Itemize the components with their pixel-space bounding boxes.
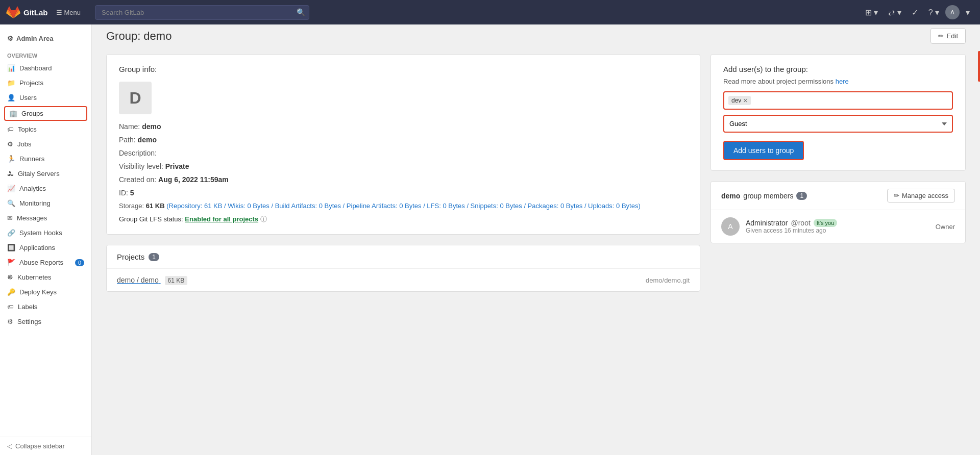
hamburger-icon: ☰ [56,9,62,16]
user-avatar[interactable]: A [945,5,960,19]
user-menu-button[interactable]: ▾ [962,5,974,20]
project-row: demo / demo 61 KB demo/demo.git [107,269,700,291]
member-access-time: Given access 16 minutes ago [746,227,929,234]
lfs-help-icon[interactable]: ⓘ [260,215,267,223]
user-tag-remove[interactable]: × [743,97,747,104]
permissions-link[interactable]: here [836,78,849,85]
sidebar-item-monitoring[interactable]: 🔍 Monitoring [0,196,91,211]
projects-count: 1 [149,253,159,261]
issues-button[interactable]: ✓ [908,5,922,20]
sidebar-item-analytics[interactable]: 📈 Analytics [0,181,91,196]
hooks-icon: 🔗 [7,229,15,237]
sidebar: ⚙ Admin Area Overview 📊 Dashboard 📁 Proj… [0,24,92,431]
member-username: @root [791,219,810,227]
page-header: Group: demo ✏ Edit [106,28,966,44]
left-panel: Group info: D Name: demo Path: demo Desc… [106,54,700,302]
its-you-badge: It's you [814,219,838,227]
members-title: demo group members 1 [721,192,807,200]
sidebar-item-hooks[interactable]: 🔗 System Hooks [0,225,91,240]
users-input-box[interactable]: dev × [723,91,953,110]
sidebar-item-projects[interactable]: 📁 Projects [0,75,91,90]
jobs-icon: ⚙ [7,140,13,148]
sidebar-item-runners[interactable]: 🏃 Runners [0,151,91,166]
member-role: Owner [936,223,955,231]
labels-icon: 🏷 [7,303,14,311]
search-container: 🔍 [95,5,309,20]
sidebar-item-messages[interactable]: ✉ Messages [0,211,91,225]
group-info-title: Group info: [119,65,688,73]
group-name-value: demo [142,122,161,131]
add-users-card: Add user(s) to the group: Read more abou… [710,54,966,171]
group-id-row: ID: 5 [119,189,688,197]
members-card: demo group members 1 ✏ Manage access A A… [710,181,966,243]
search-input[interactable] [95,5,309,20]
project-git-url: demo/demo.git [646,276,690,284]
member-name: Administrator @root It's you [746,219,929,227]
user-tag: dev × [728,96,751,105]
group-created-value: Aug 6, 2022 11:59am [158,175,229,184]
sidebar-item-deploy-keys[interactable]: 🔑 Deploy Keys [0,285,91,299]
storage-value: 61 KB [146,202,165,210]
add-users-button[interactable]: Add users to group [723,141,804,160]
role-select[interactable]: Guest Reporter Developer Maintainer Owne… [724,116,952,132]
menu-label: Menu [64,9,81,16]
sidebar-item-kubernetes[interactable]: ☸ Kubernetes [0,270,91,285]
admin-area-label: ⚙ Admin Area [0,31,91,46]
help-button[interactable]: ? ▾ [924,5,943,20]
members-group-name: demo [721,192,740,200]
merge-requests-button[interactable]: ⇄ ▾ [884,5,905,20]
manage-access-icon: ✏ [894,192,899,199]
sidebar-item-abuse-reports[interactable]: 🚩 Abuse Reports 0 [0,255,91,270]
group-description-row: Description: [119,149,688,157]
monitoring-icon: 🔍 [7,199,15,207]
sidebar-item-users[interactable]: 👤 Users [0,90,91,105]
sidebar-item-topics[interactable]: 🏷 Topics [0,122,91,137]
group-visibility-row: Visibility level: Private [119,162,688,170]
sidebar-item-dashboard[interactable]: 📊 Dashboard [0,61,91,75]
analytics-icon: 📈 [7,185,15,192]
projects-title: Projects [117,252,144,261]
admin-icon: ⚙ [7,35,13,42]
groups-icon: 🏢 [9,110,17,117]
member-row: A Administrator @root It's you Given acc… [711,210,965,243]
new-item-button[interactable]: ⊞ ▾ [861,5,882,20]
users-icon: 👤 [7,94,15,102]
sidebar-item-labels[interactable]: 🏷 Labels [0,299,91,314]
sidebar-item-groups[interactable]: 🏢 Groups [4,106,87,121]
project-name-link[interactable]: demo / demo [117,276,161,284]
gitlab-logo[interactable]: GitLab [6,5,48,19]
sidebar-item-gitaly[interactable]: 🖧 Gitaly Servers [0,166,91,181]
group-info-body: Group info: D Name: demo Path: demo Desc… [107,55,700,234]
group-name-row: Name: demo [119,122,688,131]
member-count-badge: 1 [796,192,807,200]
main-content: Admin Area › Groups › demo Group: demo ✏… [92,0,980,431]
project-size: 61 KB [165,276,188,285]
group-visibility-value: Private [165,162,189,170]
manage-access-button[interactable]: ✏ Manage access [887,189,955,203]
projects-icon: 📁 [7,79,15,87]
group-created-row: Created on: Aug 6, 2022 11:59am [119,175,688,184]
dashboard-icon: 📊 [7,64,15,72]
deploy-keys-icon: 🔑 [7,288,15,296]
gitlab-name: GitLab [23,8,48,17]
panels-row: Group info: D Name: demo Path: demo Desc… [106,54,966,302]
overview-section: Overview [0,48,91,61]
add-users-body: Add user(s) to the group: Read more abou… [711,55,965,170]
projects-header: Projects 1 [107,245,700,269]
group-path-row: Path: demo [119,136,688,144]
edit-icon: ✏ [938,32,944,40]
sidebar-item-settings[interactable]: ⚙ Settings [0,314,91,329]
member-info: Administrator @root It's you Given acces… [746,219,929,234]
edit-button[interactable]: ✏ Edit [930,28,966,44]
add-users-title: Add user(s) to the group: [723,65,953,73]
group-info-card: Group info: D Name: demo Path: demo Desc… [106,54,700,235]
topics-icon: 🏷 [7,125,14,133]
right-indicator [978,51,980,82]
menu-button[interactable]: ☰ Menu [52,6,85,19]
right-panel: Add user(s) to the group: Read more abou… [710,54,966,302]
sidebar-item-jobs[interactable]: ⚙ Jobs [0,137,91,151]
group-id-value: 5 [130,189,134,197]
abuse-icon: 🚩 [7,259,15,266]
lfs-status-link[interactable]: Enabled for all projects [185,215,258,223]
sidebar-item-applications[interactable]: 🔲 Applications [0,240,91,255]
